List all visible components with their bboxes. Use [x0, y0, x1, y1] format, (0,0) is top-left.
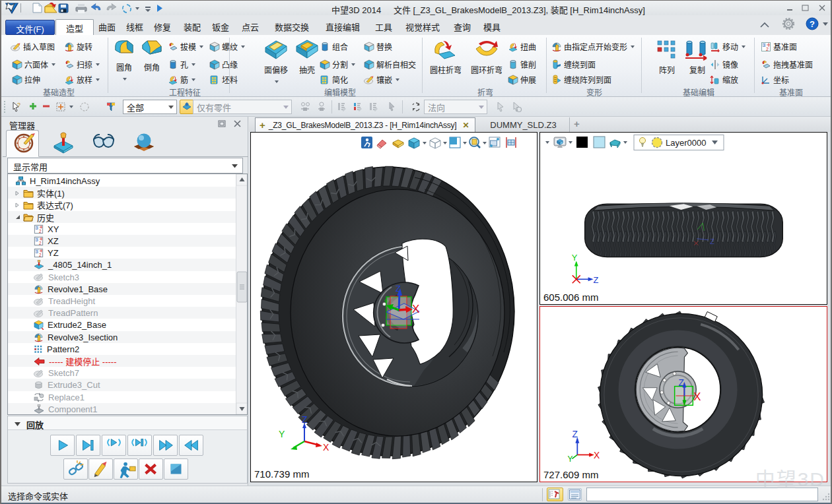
svg-text:2: 2: [39, 241, 42, 245]
svg-text:Z: Z: [302, 414, 308, 425]
svg-text:3: 3: [36, 225, 38, 230]
svg-text:Z: Z: [572, 429, 578, 439]
svg-text:2: 2: [39, 229, 42, 234]
svg-text:X: X: [412, 303, 419, 315]
svg-text:Z: Z: [396, 284, 401, 294]
svg-text:Y: Y: [279, 429, 285, 439]
svg-text:3: 3: [36, 249, 38, 254]
svg-text:Z: Z: [594, 275, 599, 285]
svg-text:Z: Z: [679, 377, 685, 388]
svg-text:X: X: [693, 391, 701, 403]
svg-text:X: X: [323, 442, 329, 453]
svg-text:3: 3: [36, 237, 38, 242]
svg-text:?: ?: [810, 19, 815, 29]
svg-text:2: 2: [766, 47, 769, 51]
svg-text:Y: Y: [572, 253, 578, 263]
svg-text:2: 2: [39, 253, 42, 257]
svg-text:X: X: [594, 450, 600, 460]
svg-text:?: ?: [17, 102, 20, 108]
svg-text:3: 3: [763, 43, 765, 47]
svg-text:Z: Z: [710, 237, 714, 245]
svg-text:Y: Y: [567, 455, 572, 464]
